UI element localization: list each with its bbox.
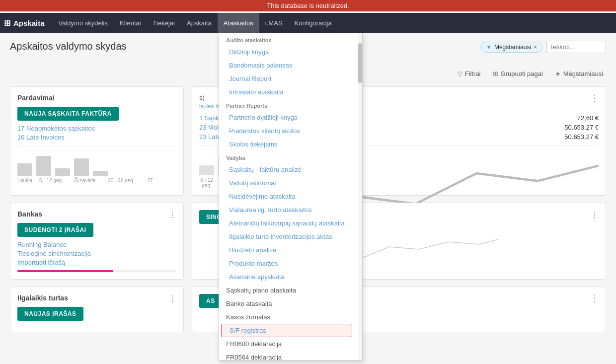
sales-chart [17, 146, 176, 176]
dropdown-banko[interactable]: Banko ataskaita [219, 297, 354, 310]
ilgalaikis-right-three-dots[interactable]: ⋮ [591, 294, 599, 303]
sudengti-button[interactable]: SUDENGTI 2 ĮRAŠAI [17, 223, 93, 237]
bankas-three-dots[interactable]: ⋮ [168, 210, 176, 219]
new-invoice-button[interactable]: NAUJA SĄSKAITA FAKTŪRA [17, 107, 119, 121]
nav-imas[interactable]: i.MAS [259, 13, 289, 33]
pardavimai-title: Pardavimai [17, 94, 176, 102]
search-tag-close[interactable]: × [534, 44, 537, 51]
notification-text: This database is neutralized. [267, 2, 349, 9]
dropdown-pradelstos[interactable]: Pradelstos klientų skolos [219, 124, 354, 138]
r-label-1: 6 - 12 geg. [199, 177, 214, 188]
sync-three-dots[interactable]: ⋮ [591, 210, 599, 219]
running-balance-link[interactable]: Running Balance [17, 241, 176, 248]
filter-icon: ▼ [486, 44, 492, 51]
filtrai-button[interactable]: ▽ Filtrai [455, 68, 484, 79]
search-tag[interactable]: ▼ Mėgstamiausi × [480, 42, 542, 53]
dropdown-bandomasis[interactable]: Bandomasis balansas [219, 59, 354, 72]
ilgalaikis-card: ⋮ Ilgalaikis turtas NAUJAS ĮRAŠAS [10, 287, 184, 332]
nav-klientai[interactable]: Klientai [114, 13, 147, 33]
megstamiausi-button[interactable]: ★ Mėgstamiausi [552, 68, 606, 79]
sync-link[interactable]: Tiesioginė sinchronizacija [17, 250, 176, 257]
navbar: ⊞ Apskaita Valdymo skydelis Klientai Tie… [0, 13, 616, 33]
megstamiausi-label: Mėgstamiausi [563, 70, 603, 77]
dropdown-partnerio[interactable]: Partnerio dydžioji knyga [219, 111, 354, 124]
section-partner: Partner Reports [219, 99, 354, 111]
nav-konfiguracija[interactable]: Konfigūracija [289, 13, 338, 33]
filtrai-label: Filtrai [465, 70, 481, 77]
dropdown-nusidevejimo[interactable]: Nusidėvėjimo ataskaita [219, 190, 354, 203]
section-audito: Audito ataskaitos [219, 33, 354, 45]
grupuoti-button[interactable]: ⊞ Grupuoti pagal [490, 68, 546, 79]
brand-logo[interactable]: ⊞ Apskaita [4, 18, 45, 28]
new-record-button[interactable]: NAUJAS ĮRAŠAS [17, 307, 83, 321]
chart-labels: Laukia 6 - 12 geg. Šį savaitę 20 - 26 ge… [17, 178, 176, 183]
three-dots-icon[interactable]: ⋮ [591, 94, 599, 103]
label-2: 6 - 12 geg. [36, 178, 66, 183]
late-invoices-link[interactable]: 16 Late Invoices [17, 134, 176, 141]
bankas-title: Bankas [17, 210, 176, 218]
dropdown-scrollbar[interactable] [358, 33, 362, 361]
label-4: 20 - 26 geg. [104, 178, 139, 183]
dropdown-sf-registras[interactable]: S/F registras [221, 324, 352, 337]
group-icon: ⊞ [493, 70, 498, 77]
search-tag-label: Mėgstamiausi [494, 44, 531, 51]
label-3: Šį savaitę [70, 178, 100, 183]
bankas-card: ⋮ Bankas SUDENGTI 2 ĮRAŠAI Running Balan… [10, 203, 184, 280]
filter-icon: ▽ [458, 70, 462, 77]
scrollbar-thumb[interactable] [358, 43, 362, 83]
section-vadyba: Vadyba [219, 151, 354, 163]
bar-4 [74, 158, 89, 176]
dropdown-intrastato[interactable]: Intrastato ataskaita [219, 85, 354, 99]
val-amt-2: 50.653,27 € [564, 124, 599, 131]
dropdown-kasos[interactable]: Kasos žurnalas [219, 310, 354, 324]
progress-bar [17, 270, 176, 272]
dropdown-fr0600[interactable]: FR0600 deklaracija [219, 337, 354, 351]
dropdown-fr0564[interactable]: FR0564 deklaracija [219, 351, 354, 361]
dropdown-ateinanciu[interactable]: Ateinančių laikotarpių sąnaudų ataskaita [219, 217, 354, 230]
dropdown-menu: Audito ataskaitos Didžioji knyga Bandoma… [219, 33, 363, 361]
dropdown-saskaitu-plano[interactable]: Sąskaitų plano ataskaita [219, 284, 354, 297]
ilgalaikis-three-dots[interactable]: ⋮ [168, 294, 176, 303]
nav-ataskaitos[interactable]: Ataskaitos [218, 13, 259, 33]
dropdown-avansine[interactable]: Avansinė apyskaita [219, 270, 354, 284]
dropdown-journal-report[interactable]: Journal Report [219, 72, 354, 85]
dropdown-produkto-marzes[interactable]: Produkto maržos [219, 257, 354, 270]
nav-items: Valdymo skydelis Klientai Tiekėjai Apska… [53, 13, 338, 33]
ilgalaikis-title: Ilgalaikis turtas [17, 294, 176, 302]
val-amt-3: 50.653,27 € [564, 133, 599, 141]
r-bar-1 [199, 165, 214, 175]
import-link[interactable]: Importuoti išrašą [17, 259, 176, 266]
bar-5 [93, 171, 108, 176]
grid-icon: ⊞ [4, 18, 10, 28]
label-1: Laukia [17, 178, 32, 183]
top-right-bar: ▼ Mėgstamiausi × [480, 41, 606, 53]
bar-1 [17, 163, 32, 176]
bar-2 [36, 156, 51, 176]
notification-bar: This database is neutralized. [0, 0, 616, 11]
grupuoti-label: Grupuoti pagal [501, 70, 543, 77]
dropdown-biudzeto[interactable]: Biudžeto analizė [219, 243, 354, 257]
pardavimai-card: Pardavimai NAUJA SĄSKAITA FAKTŪRA 17 Nea… [10, 86, 184, 196]
nav-valdymo[interactable]: Valdymo skydelis [53, 13, 114, 33]
brand-name: Apskaita [13, 19, 45, 27]
dropdown-skolos-tiekejams[interactable]: Skolos tiekėjams [219, 138, 354, 151]
label-5: 27 [143, 178, 157, 183]
dropdown-ilgalaikio-inventorizacijos[interactable]: Ilgalaikio turto inventorizacijos aktas [219, 230, 354, 243]
unpaid-invoices-link[interactable]: 17 Neapmokėtos sąskaitos [17, 125, 176, 132]
dropdown-valiutu[interactable]: Valiutų skirtumai [219, 176, 354, 190]
dropdown-didzioji-knyga[interactable]: Didžioji knyga [219, 45, 354, 59]
val-amt-1: 72,60 € [577, 114, 599, 122]
star-icon: ★ [555, 70, 561, 77]
nav-apskaita[interactable]: Apskaita [181, 13, 218, 33]
bar-3 [55, 168, 70, 176]
nav-tiekejkai[interactable]: Tiekėjai [147, 13, 181, 33]
dropdown-vialaurea[interactable]: Vialaurea ilg. turto ataskaitos [219, 203, 354, 217]
dropdown-saskaitu-analize[interactable]: Sąskaitų - faktūrų analizė [219, 163, 354, 176]
search-input[interactable] [546, 41, 606, 53]
